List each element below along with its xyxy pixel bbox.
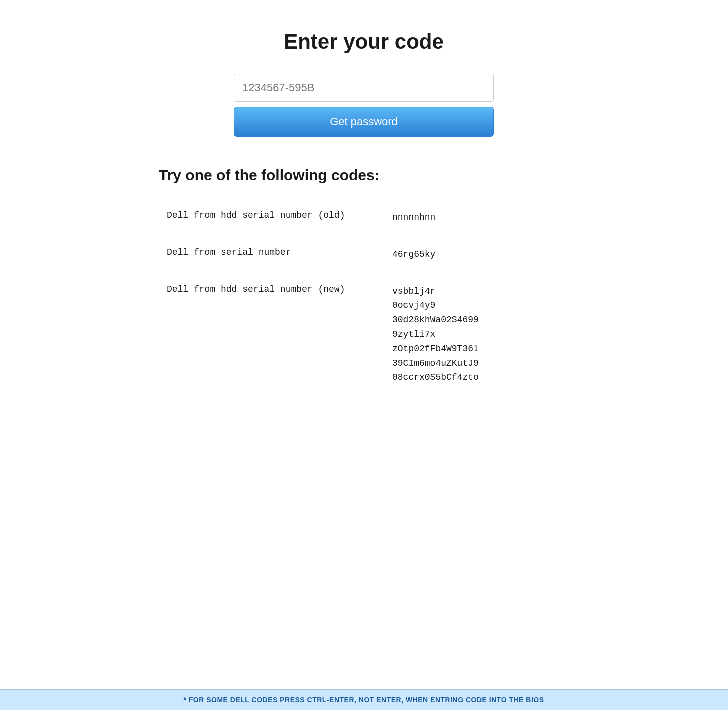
code-value: 39CIm6mo4uZKutJ9: [392, 356, 561, 371]
code-values: nnnnnhnn: [384, 200, 569, 236]
codes-table: Dell from hdd serial number (old)nnnnnhn…: [159, 199, 569, 396]
code-description: Dell from serial number: [159, 236, 384, 273]
code-value: 0ocvj4y9: [392, 298, 561, 313]
codes-section-title: Try one of the following codes:: [159, 167, 569, 184]
page-title: Enter your code: [284, 30, 444, 54]
code-values: 46rg65ky: [384, 236, 569, 273]
get-password-button[interactable]: Get password: [234, 107, 494, 137]
code-value: nnnnnhnn: [392, 210, 561, 225]
code-value: 08ccrx0S5bCf4zto: [392, 370, 561, 385]
table-row: Dell from hdd serial number (old)nnnnnhn…: [159, 200, 569, 236]
footer-notice: * FOR SOME DELL CODES PRESS CTRL-ENTER, …: [0, 690, 728, 710]
codes-section: Try one of the following codes: Dell fro…: [159, 167, 569, 396]
code-description: Dell from hdd serial number (new): [159, 273, 384, 396]
code-value: 46rg65ky: [392, 248, 561, 262]
code-value: zOtp02fFb4W9T36l: [392, 342, 561, 356]
code-input[interactable]: [234, 74, 494, 102]
code-value: 30d28khWa02S4699: [392, 313, 561, 328]
code-values: vsbblj4r0ocvj4y930d28khWa02S46999zytli7x…: [384, 273, 569, 396]
code-value: vsbblj4r: [392, 284, 561, 299]
table-row: Dell from hdd serial number (new)vsbblj4…: [159, 273, 569, 396]
code-value: 9zytli7x: [392, 328, 561, 342]
code-description: Dell from hdd serial number (old): [159, 200, 384, 236]
table-row: Dell from serial number46rg65ky: [159, 236, 569, 273]
